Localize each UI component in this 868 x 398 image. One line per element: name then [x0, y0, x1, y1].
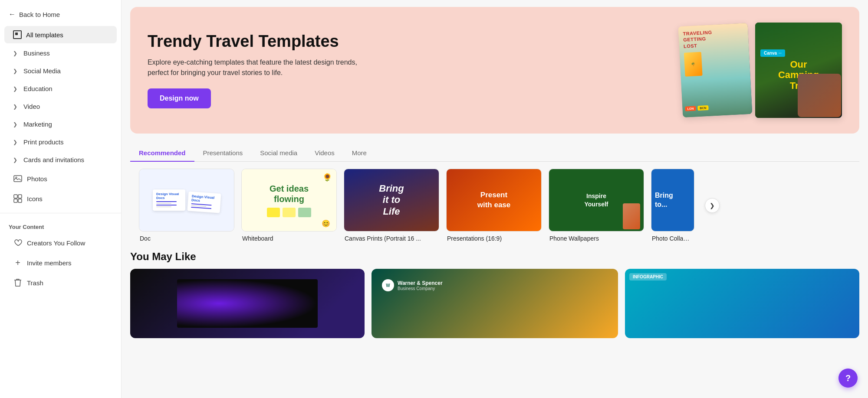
chevron-icon: ❯	[13, 157, 17, 163]
canvas-card-image: Bringit toLife	[344, 169, 439, 232]
tabs-section: Recommended Presentations Social media V…	[122, 140, 868, 242]
sidebar-item-label: Education	[23, 85, 53, 92]
hero-images: TRAVELINGGETTINGLOST 🌴 LON BCN Canva ···	[681, 23, 842, 118]
template-cards-row: Design Visual Docs Design Visual Docs	[130, 169, 859, 242]
emoji-check: 😊	[322, 219, 330, 228]
svg-rect-2	[14, 195, 17, 198]
whiteboard-card-label: Whiteboard	[241, 235, 337, 242]
tab-social-media[interactable]: Social media	[251, 145, 306, 162]
chevron-icon: ❯	[13, 50, 17, 56]
template-card-doc[interactable]: Design Visual Docs Design Visual Docs	[139, 169, 234, 242]
sidebar-item-print-products[interactable]: ❯ Print products	[4, 134, 117, 150]
sidebar-item-social-media[interactable]: ❯ Social Media	[4, 63, 117, 79]
sidebar-item-all-templates[interactable]: All templates	[4, 26, 117, 43]
sidebar-item-education[interactable]: ❯ Education	[4, 81, 117, 97]
doc-mini-2: Design Visual Docs	[187, 191, 221, 213]
chevron-icon: ❯	[13, 121, 17, 127]
sidebar-item-label: Cards and invitations	[23, 156, 84, 163]
whiteboard-text: Get ideasflowing	[270, 183, 309, 204]
sidebar-item-label: Business	[23, 49, 50, 57]
yml-card-infographic[interactable]: INFOGRAPHIC	[625, 269, 859, 338]
hero-banner: Trendy Travel Templates Explore eye-catc…	[130, 7, 859, 134]
cards-list: Design Visual Docs Design Visual Docs	[130, 169, 703, 242]
plus-icon: +	[13, 258, 23, 268]
help-button[interactable]: ?	[838, 369, 858, 388]
sidebar-item-photos[interactable]: Photos	[4, 170, 117, 188]
sidebar-item-business[interactable]: ❯ Business	[4, 45, 117, 61]
sidebar-item-label: All templates	[26, 31, 63, 39]
phone-card-image: InspireYourself	[549, 169, 644, 232]
collage-text: Bringto...	[651, 188, 677, 213]
collage-card-image: Bringto...	[651, 169, 694, 232]
sidebar-item-creators[interactable]: Creators You Follow	[4, 234, 117, 252]
sidebar-item-cards[interactable]: ❯ Cards and invitations	[4, 152, 117, 168]
you-may-like-cards: W Warner & Spencer Business Company INFO…	[122, 269, 868, 338]
phone-card-label: Phone Wallpapers	[549, 235, 644, 242]
whiteboard-card-inner: Get ideasflowing 🌻 😊	[242, 169, 336, 231]
sidebar-item-invite[interactable]: + Invite members	[4, 254, 117, 272]
back-label: Back to Home	[19, 11, 60, 18]
svg-rect-4	[14, 199, 17, 202]
hero-image-2: Canva ··· OurCampingTrip	[755, 23, 842, 118]
hero-subtitle: Explore eye-catching templates that feat…	[148, 57, 365, 78]
template-card-presentations[interactable]: Presentwith ease Presentations (16:9)	[446, 169, 542, 242]
sidebar-item-label: Trash	[27, 279, 43, 287]
tabs-bar: Recommended Presentations Social media V…	[130, 145, 859, 162]
hero-title: Trendy Travel Templates	[148, 32, 365, 51]
collage-card-label: Photo Colla…	[651, 235, 694, 242]
icons-icon	[13, 194, 23, 203]
presentations-card-label: Presentations (16:9)	[446, 235, 542, 242]
business-brand: Warner & Spencer	[398, 280, 443, 286]
chevron-icon: ❯	[13, 68, 17, 74]
tab-presentations[interactable]: Presentations	[194, 145, 252, 162]
you-may-like-title: You May Like	[122, 242, 868, 269]
business-subtitle: Business Company	[398, 286, 443, 291]
sidebar: ← Back to Home All templates ❯ Business …	[0, 0, 122, 398]
chevron-icon: ❯	[13, 104, 17, 110]
hero-cta-button[interactable]: Design now	[148, 88, 211, 108]
svg-rect-3	[18, 195, 22, 198]
hero-text: Trendy Travel Templates Explore eye-catc…	[148, 32, 365, 108]
heart-icon	[13, 238, 23, 248]
back-to-home[interactable]: ← Back to Home	[0, 7, 121, 22]
canvas-text: Bringit toLife	[379, 183, 404, 217]
photos-icon	[13, 174, 23, 183]
sidebar-item-label: Social Media	[23, 67, 61, 75]
sidebar-item-trash[interactable]: Trash	[4, 274, 117, 292]
all-templates-icon	[13, 30, 22, 39]
chevron-icon: ❯	[13, 139, 17, 145]
doc-mini-1: Design Visual Docs	[153, 189, 185, 211]
canvas-card-label: Canvas Prints (Portrait 16 ...	[344, 235, 439, 242]
doc-card-inner: Design Visual Docs Design Visual Docs	[139, 169, 234, 231]
yml-card-dark[interactable]	[130, 269, 365, 338]
sidebar-divider	[0, 213, 121, 213]
sidebar-item-video[interactable]: ❯ Video	[4, 98, 117, 114]
sidebar-item-label: Icons	[27, 195, 43, 202]
sidebar-item-label: Photos	[27, 175, 47, 183]
your-content-label: Your Content	[0, 218, 121, 233]
doc-card-label: Doc	[139, 235, 234, 242]
yml-card-business[interactable]: W Warner & Spencer Business Company	[372, 269, 618, 338]
trash-icon	[13, 278, 23, 287]
phone-text: InspireYourself	[581, 189, 612, 211]
tab-recommended[interactable]: Recommended	[130, 145, 194, 162]
tab-videos[interactable]: Videos	[306, 145, 343, 162]
template-card-whiteboard[interactable]: Get ideasflowing 🌻 😊 Whiteboard	[241, 169, 337, 242]
infographic-label: INFOGRAPHIC	[629, 273, 667, 281]
hero-image-1: TRAVELINGGETTINGLOST 🌴 LON BCN	[678, 23, 753, 117]
main-content: Trendy Travel Templates Explore eye-catc…	[122, 0, 868, 398]
template-card-canvas[interactable]: Bringit toLife Canvas Prints (Portrait 1…	[344, 169, 439, 242]
svg-rect-5	[18, 199, 22, 202]
sidebar-item-marketing[interactable]: ❯ Marketing	[4, 116, 117, 132]
chevron-icon: ❯	[13, 86, 17, 92]
sidebar-item-icons[interactable]: Icons	[4, 189, 117, 208]
carousel-next-button[interactable]: ❯	[705, 198, 720, 213]
whiteboard-card-image: Get ideasflowing 🌻 😊	[241, 169, 337, 232]
back-arrow-icon: ←	[9, 10, 16, 18]
presentations-card-image: Presentwith ease	[446, 169, 542, 232]
template-card-phone[interactable]: InspireYourself Phone Wallpapers	[549, 169, 644, 242]
tab-more[interactable]: More	[343, 145, 375, 162]
sidebar-item-label: Marketing	[23, 121, 52, 128]
presentations-text: Presentwith ease	[473, 186, 515, 214]
template-card-collage[interactable]: Bringto... Photo Colla…	[651, 169, 694, 242]
